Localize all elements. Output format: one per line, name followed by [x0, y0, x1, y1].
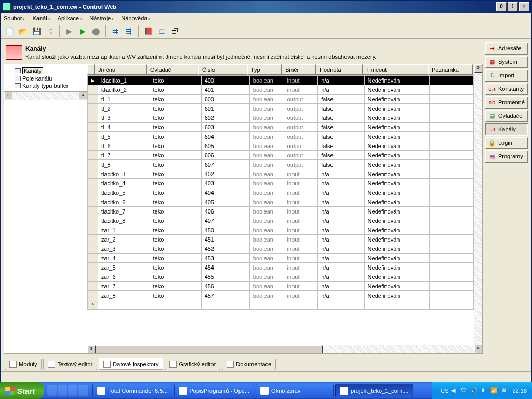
open-icon[interactable]: 📂: [17, 25, 29, 37]
save-icon[interactable]: 💾: [31, 25, 42, 37]
sidebar-icon: eπ: [488, 85, 496, 93]
sidebar-ovladače[interactable]: ▤Ovladače: [485, 110, 528, 122]
stop-icon[interactable]: ⬤: [90, 25, 102, 37]
sidebar-label: Proměnné: [498, 99, 525, 105]
grid-hscroll[interactable]: 34: [87, 345, 482, 353]
tray-icon[interactable]: 🔊: [471, 387, 478, 394]
start-button[interactable]: Start: [0, 382, 44, 399]
tray-icon[interactable]: 🖥: [500, 387, 508, 394]
print-icon[interactable]: 🖨: [44, 25, 56, 37]
table-row[interactable]: zar_8teko457booleaninputn/aNedefinován: [88, 291, 474, 300]
tree-item[interactable]: Kanály: [5, 66, 86, 75]
tray-icon[interactable]: 🛡: [461, 387, 468, 394]
menu-nápověda[interactable]: Nápověda▾: [121, 15, 150, 21]
tree-item[interactable]: Pole kanálů: [5, 75, 86, 82]
new-row[interactable]: *: [88, 300, 474, 310]
taskbar-task[interactable]: Okno zpráv: [256, 384, 334, 397]
run-icon[interactable]: ▶: [63, 25, 75, 37]
language-indicator[interactable]: CS: [441, 388, 448, 394]
sidebar-icon: 🔒: [488, 139, 496, 147]
table-row[interactable]: zar_6teko455booleaninputn/aNedefinován: [88, 272, 474, 282]
column-header[interactable]: Typ: [247, 64, 282, 75]
table-row[interactable]: tl_8teko607booleanoutputfalseNedefinován: [88, 160, 474, 169]
table-row[interactable]: zar_5teko454booleaninputn/aNedefinován: [88, 263, 474, 272]
systray[interactable]: CS ◀ 🛡 🔊 ⬆ 📶 🖥 22:18: [432, 382, 532, 399]
table-row[interactable]: tl_1teko600booleanoutputfalseNedefinován: [88, 95, 474, 104]
tab-datové-inspektory[interactable]: Datové inspektory: [99, 358, 163, 370]
table-row[interactable]: ▶klacitko_1teko400booleaninputn/aNedefin…: [88, 76, 474, 85]
book-icon[interactable]: 📕: [142, 25, 154, 37]
wizard-icon[interactable]: ☖: [156, 25, 167, 37]
tree2-icon[interactable]: ⇶: [123, 25, 135, 37]
sidebar-login[interactable]: 🔒Login: [485, 137, 528, 149]
menu-nástroje[interactable]: Nástroje▾: [89, 15, 114, 21]
column-header[interactable]: Timeout: [363, 64, 428, 75]
table-row[interactable]: tlacitko_3teko402booleaninputn/aNedefino…: [88, 169, 474, 179]
sidebar-label: Programy: [498, 153, 523, 159]
section-desc: Kanál slouží jako vazba mezi aplikací a …: [25, 54, 376, 60]
sidebar-import[interactable]: ⇩Import: [485, 69, 528, 82]
close-button[interactable]: r: [519, 2, 529, 11]
bottom-tabs: ModulyTextový editorDatové inspektoryGra…: [1, 357, 531, 371]
table-row[interactable]: tl_7teko606booleanoutputfalseNedefinován: [88, 151, 474, 160]
menubar: Soubor▾Kanál▾Aplikace▾Nástroje▾Nápověda▾: [1, 13, 531, 23]
table-row[interactable]: tlacitko_6teko405booleaninputn/aNedefino…: [88, 197, 474, 207]
table-row[interactable]: tlacitko_8teko407booleaninputn/aNedefino…: [88, 216, 474, 225]
minimize-button[interactable]: 0: [496, 2, 507, 11]
tree-node-icon: [15, 68, 21, 73]
table-row[interactable]: zar_2teko451booleaninputn/aNedefinován: [88, 235, 474, 244]
column-header[interactable]: Jméno: [95, 64, 147, 75]
menu-soubor[interactable]: Soubor▾: [4, 15, 25, 21]
new-icon[interactable]: 📄: [4, 25, 15, 37]
column-header[interactable]: Směr: [282, 64, 316, 75]
tab-moduly[interactable]: Moduly: [5, 359, 42, 370]
windows-icon[interactable]: 🗗: [169, 25, 181, 37]
sidebar-konstanty[interactable]: eπKonstanty: [485, 83, 528, 95]
table-row[interactable]: tlacitko_5teko404booleaninputn/aNedefino…: [88, 188, 474, 197]
tree-item[interactable]: Kanály typu buffer: [5, 82, 86, 89]
tray-icon[interactable]: ◀: [451, 387, 458, 394]
sidebar-programy[interactable]: ▤Programy: [485, 150, 528, 163]
menu-kanál[interactable]: Kanál▾: [32, 15, 50, 21]
table-row[interactable]: tl_6teko605booleanoutputfalseNedefinován: [88, 141, 474, 151]
maximize-button[interactable]: 1: [508, 2, 518, 11]
grid-body[interactable]: ▶klacitko_1teko400booleaninputn/aNedefin…: [87, 75, 482, 345]
tab-textový-editor[interactable]: Textový editor: [43, 359, 97, 370]
column-header[interactable]: Poznámka: [428, 64, 473, 75]
column-header[interactable]: Hodnota: [316, 64, 363, 75]
table-row[interactable]: klacitko_2teko401booleaninputn/aNedefino…: [88, 85, 474, 95]
table-row[interactable]: tlacitko_4teko403booleaninputn/aNedefino…: [88, 179, 474, 188]
sidebar-kanály[interactable]: ⩘Kanály: [485, 123, 528, 136]
tray-icon[interactable]: ⬆: [481, 387, 488, 394]
grid-vscroll[interactable]: 56: [474, 64, 482, 353]
tree1-icon[interactable]: ⇉: [110, 25, 121, 37]
tree-view[interactable]: KanályPole kanálůKanály typu buffer: [4, 64, 87, 91]
tab-grafický-editor[interactable]: Grafický editor: [165, 359, 220, 370]
column-header[interactable]: Ovladač: [147, 64, 198, 75]
table-row[interactable]: zar_1teko450booleaninputn/aNedefinován: [88, 225, 474, 235]
table-row[interactable]: zar_3teko452booleaninputn/aNedefinován: [88, 244, 474, 254]
tab-dokumentace[interactable]: Dokumentace: [222, 359, 276, 370]
task-label: PopisProgramů - Ope...: [190, 388, 250, 394]
tray-icon[interactable]: 📶: [490, 387, 498, 394]
table-row[interactable]: zar_7teko456booleaninputn/aNedefinován: [88, 282, 474, 291]
table-row[interactable]: tl_3teko602booleanoutputfalseNedefinován: [88, 113, 474, 123]
table-row[interactable]: tl_2teko601booleanoutputfalseNedefinován: [88, 104, 474, 113]
table-row[interactable]: tl_4teko603booleanoutputfalseNedefinován: [88, 123, 474, 132]
taskbar-task[interactable]: projekt_teko_1_com....: [335, 384, 413, 397]
taskbar-task[interactable]: Total Commander 6.5...: [92, 384, 172, 397]
sidebar-systém[interactable]: ▦Systém: [485, 56, 528, 68]
table-row[interactable]: zar_4teko453booleaninputn/aNedefinován: [88, 254, 474, 263]
table-row[interactable]: tl_5teko604booleanoutputfalseNedefinován: [88, 132, 474, 141]
taskbar-task[interactable]: PopisProgramů - Ope...: [174, 384, 255, 397]
column-header[interactable]: Číslo: [198, 64, 247, 75]
menu-aplikace[interactable]: Aplikace▾: [58, 15, 83, 21]
titlebar[interactable]: projekt_teko_1_com.cw - Control Web 0 1 …: [1, 1, 531, 13]
sidebar-proměnné[interactable]: abProměnné: [485, 96, 528, 109]
run2-icon[interactable]: ▶: [77, 25, 88, 37]
tree-hscroll[interactable]: 34: [4, 91, 87, 100]
table-row[interactable]: tlacitko_7teko406booleaninputn/aNedefino…: [88, 207, 474, 216]
clock[interactable]: 22:18: [512, 388, 527, 394]
sidebar-adresáře[interactable]: ➜Adresáře: [485, 42, 528, 55]
quick-launch[interactable]: [44, 385, 91, 396]
